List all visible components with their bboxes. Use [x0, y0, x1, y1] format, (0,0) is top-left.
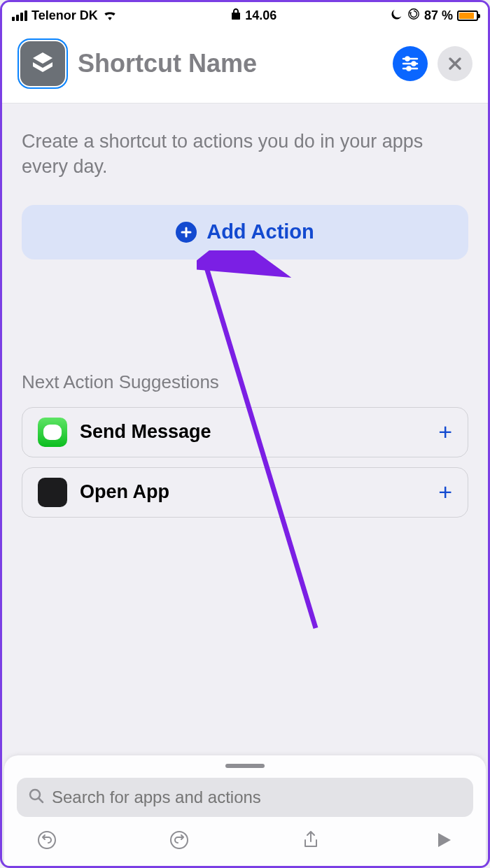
editor-header: Shortcut Name — [2, 29, 488, 104]
redo-button[interactable] — [169, 830, 190, 853]
suggestion-label: Send Message — [80, 421, 426, 443]
status-center: 14.06 — [231, 8, 276, 23]
close-button[interactable] — [438, 46, 472, 81]
suggestion-open-app[interactable]: Open App + — [22, 467, 468, 518]
add-suggestion-icon[interactable]: + — [438, 418, 452, 446]
add-action-label: Add Action — [206, 220, 314, 243]
plus-circle-icon — [176, 222, 197, 243]
status-right: 87 % — [391, 8, 478, 24]
wifi-icon — [102, 8, 118, 24]
status-bar: Telenor DK 14.06 87 % — [2, 2, 488, 29]
moon-icon — [391, 8, 403, 24]
intro-text: Create a shortcut to actions you do in y… — [22, 129, 468, 180]
svg-point-2 — [406, 57, 410, 61]
svg-line-9 — [38, 798, 43, 802]
messages-app-icon — [38, 418, 67, 447]
sheet-grabber[interactable] — [225, 764, 265, 768]
time-label: 14.06 — [245, 8, 276, 23]
action-search-sheet[interactable] — [4, 755, 486, 866]
suggestions-header: Next Action Suggestions — [22, 371, 468, 393]
share-button[interactable] — [300, 830, 321, 853]
status-left: Telenor DK — [12, 8, 118, 24]
signal-icon — [12, 10, 27, 21]
sheet-toolbar — [17, 817, 473, 860]
editor-content: Create a shortcut to actions you do in y… — [2, 104, 488, 518]
carrier-label: Telenor DK — [31, 8, 98, 23]
shortcut-title[interactable]: Shortcut Name — [78, 49, 383, 78]
undo-button[interactable] — [36, 830, 57, 853]
shortcut-app-icon[interactable] — [18, 38, 68, 89]
add-action-button[interactable]: Add Action — [22, 205, 468, 259]
play-icon — [433, 830, 454, 851]
launcher-app-icon — [38, 478, 67, 507]
lock-icon — [231, 8, 241, 23]
suggestion-send-message[interactable]: Send Message + — [22, 407, 468, 457]
share-icon — [300, 830, 321, 851]
run-button[interactable] — [433, 830, 454, 853]
add-suggestion-icon[interactable]: + — [438, 478, 452, 506]
svg-point-11 — [171, 832, 188, 848]
svg-point-10 — [38, 832, 55, 848]
battery-icon — [457, 10, 478, 21]
settings-button[interactable] — [393, 46, 428, 81]
close-icon — [447, 55, 463, 72]
search-input[interactable] — [52, 788, 462, 807]
suggestion-label: Open App — [80, 481, 426, 503]
svg-point-4 — [412, 62, 416, 66]
search-field[interactable] — [17, 778, 473, 817]
svg-point-6 — [407, 67, 411, 71]
sliders-icon — [400, 54, 420, 73]
search-icon — [28, 788, 45, 807]
battery-pct-label: 87 % — [424, 8, 453, 23]
orientation-lock-icon — [407, 8, 420, 24]
